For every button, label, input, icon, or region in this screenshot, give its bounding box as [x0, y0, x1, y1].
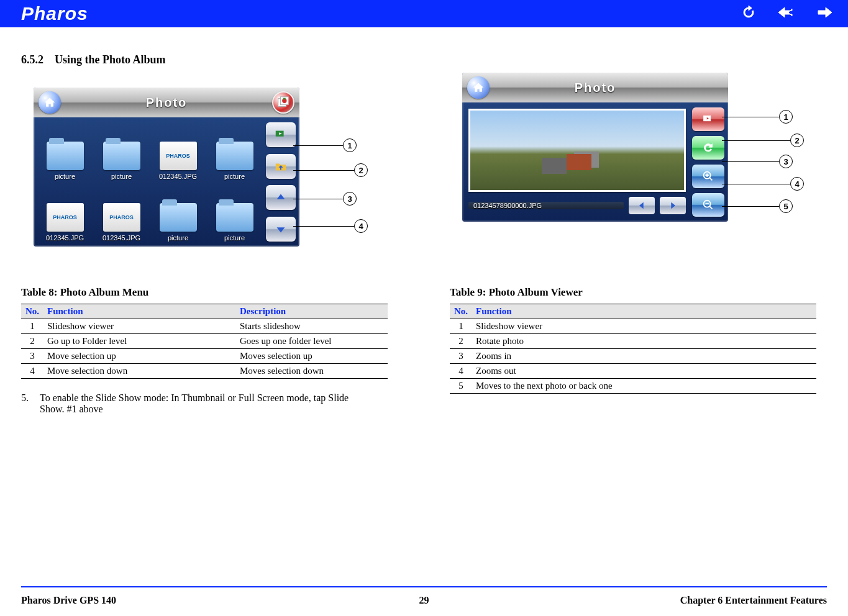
cell-desc: Starts slideshow [236, 319, 388, 334]
cell-no: 1 [450, 319, 472, 334]
viewer-prev-button[interactable] [629, 197, 655, 214]
cell-func: Zooms in [472, 349, 816, 364]
album-titlebar: Photo [34, 88, 299, 117]
table-row: 1Slideshow viewer [450, 319, 816, 334]
viewer-home-button[interactable] [467, 76, 490, 99]
album-icon-button[interactable] [272, 91, 294, 114]
left-column: Photo picturepicturePHAROS012345.JPGpict… [21, 88, 388, 286]
table9-col: Table 9: Photo Album Viewer No. Function… [450, 286, 816, 415]
callout-1: 1 [343, 138, 357, 152]
cell-func: Slideshow viewer [472, 319, 816, 334]
svg-rect-3 [283, 98, 286, 100]
viewer-slideshow-button[interactable] [692, 107, 724, 131]
table8-col: Table 8: Photo Album Menu No. Function D… [21, 286, 388, 415]
table-row: 2Rotate photo [450, 334, 816, 349]
viewer-photo-area: 01234578900000.JPG [462, 102, 692, 222]
viewer-rotate-button[interactable] [692, 136, 724, 160]
tile-label: picture [168, 234, 188, 242]
cell-desc: Goes up one folder level [236, 334, 388, 349]
cell-no: 3 [21, 349, 43, 364]
header-tools [741, 5, 833, 22]
tile-label: picture [111, 173, 132, 180]
folder-tile[interactable]: picture [208, 184, 261, 242]
table-row: 3Move selection upMoves selection up [21, 349, 388, 364]
page: Pharos 6.5.2Using the Photo Album [0, 0, 848, 616]
move-up-button[interactable] [266, 185, 296, 210]
folder-up-button[interactable] [266, 154, 296, 179]
folder-tile[interactable]: picture [39, 122, 91, 180]
folder-icon [103, 142, 140, 170]
move-down-button[interactable] [266, 217, 296, 242]
callout-3: 3 [343, 192, 357, 206]
viewer-zoom-out-button[interactable] [692, 193, 724, 217]
viewer-next-button[interactable] [660, 197, 686, 214]
folder-icon [47, 142, 84, 170]
v-callout-5: 5 [779, 199, 793, 213]
folder-tile[interactable]: picture [208, 122, 261, 180]
v-callout-2: 2 [790, 134, 804, 147]
cell-no: 1 [21, 319, 43, 334]
cell-no: 4 [21, 364, 43, 379]
table-row: 4Zooms out [450, 364, 816, 379]
section-number: 6.5.2 [21, 53, 43, 66]
tables-row: Table 8: Photo Album Menu No. Function D… [21, 286, 827, 415]
t9-h-no: No. [450, 304, 472, 319]
viewer-zoom-in-button[interactable] [692, 165, 724, 188]
cell-no: 2 [450, 334, 472, 349]
thumbnail-tile[interactable]: PHAROS012345.JPG [95, 184, 148, 242]
thumbnail-icon: PHAROS [160, 142, 197, 170]
note-5: 5. To enable the Slide Show mode: In Thu… [21, 392, 369, 415]
t8-h-func: Function [43, 304, 236, 319]
table-row: 1Slideshow viewerStarts slideshow [21, 319, 388, 334]
cell-func: Go up to Folder level [43, 334, 236, 349]
album-screenshot: Photo picturepicturePHAROS012345.JPGpict… [34, 88, 299, 247]
cell-no: 4 [450, 364, 472, 379]
section-title: Using the Photo Album [55, 53, 166, 66]
cell-desc: Moves selection down [236, 364, 388, 379]
screenshot-row: Photo picturepicturePHAROS012345.JPGpict… [21, 88, 827, 286]
t9-h-func: Function [472, 304, 816, 319]
header-bar: Pharos [0, 0, 848, 27]
cell-no: 2 [21, 334, 43, 349]
thumbnail-icon: PHAROS [103, 203, 140, 232]
viewer-screenshot: Photo 01234578900000.JPG [462, 73, 728, 222]
table8-caption: Table 8: Photo Album Menu [21, 286, 388, 299]
cell-func: Slideshow viewer [43, 319, 236, 334]
thumbnail-tile[interactable]: PHAROS012345.JPG [152, 122, 204, 180]
footer-rule [21, 586, 827, 587]
folder-tile[interactable]: picture [95, 122, 148, 180]
viewer-side-buttons [692, 102, 728, 222]
folder-tile[interactable]: picture [152, 184, 204, 242]
slideshow-button[interactable] [266, 122, 296, 147]
viewer-bottom-row: 01234578900000.JPG [468, 196, 686, 215]
cell-func: Move selection up [43, 349, 236, 364]
viewer-filename: 01234578900000.JPG [468, 202, 624, 209]
folder-icon [216, 203, 253, 232]
folder-icon [160, 203, 197, 232]
section-heading: 6.5.2Using the Photo Album [21, 53, 827, 66]
v-callout-1: 1 [779, 110, 793, 124]
folder-icon [216, 142, 253, 170]
cell-func: Zooms out [472, 364, 816, 379]
home-button[interactable] [39, 91, 61, 114]
cell-func: Move selection down [43, 364, 236, 379]
table-row: 5Moves to the next photo or back one [450, 379, 816, 394]
cell-desc: Moves selection up [236, 349, 388, 364]
cell-no: 3 [450, 349, 472, 364]
table-row: 4Move selection downMoves selection down [21, 364, 388, 379]
tile-label: 012345.JPG [46, 234, 84, 242]
thumbnail-tile[interactable]: PHAROS012345.JPG [39, 184, 91, 242]
tile-label: picture [55, 173, 75, 180]
content: 6.5.2Using the Photo Album Photo [21, 53, 827, 415]
back-icon[interactable] [777, 5, 795, 22]
cell-no: 5 [450, 379, 472, 394]
v-callout-4: 4 [790, 177, 804, 191]
album-title: Photo [146, 96, 188, 110]
v-callout-3: 3 [779, 155, 793, 168]
forward-icon[interactable] [816, 5, 833, 22]
album-side-buttons [266, 117, 299, 247]
table8: No. Function Description 1Slideshow view… [21, 304, 388, 379]
refresh-icon[interactable] [741, 5, 756, 22]
cell-func: Rotate photo [472, 334, 816, 349]
viewer-screenshot-wrap: Photo 01234578900000.JPG [450, 73, 728, 259]
